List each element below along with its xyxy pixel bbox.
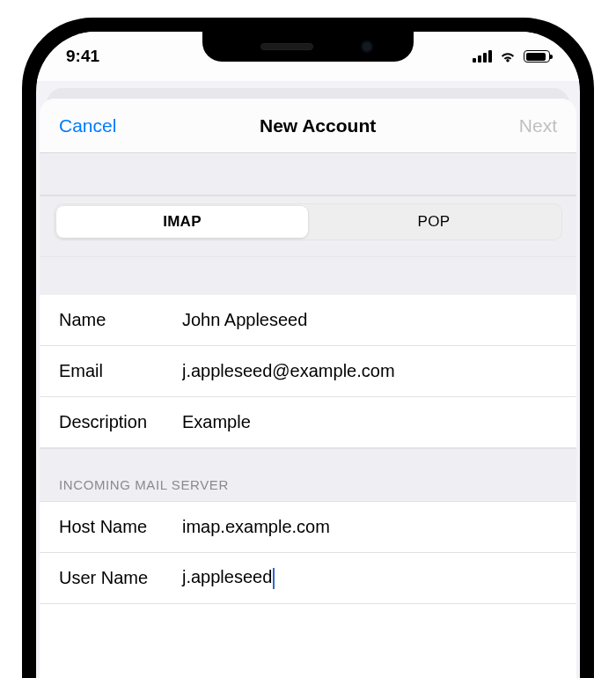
name-label: Name — [59, 310, 182, 330]
description-field[interactable] — [182, 412, 557, 432]
user-name-value: j.appleseed — [182, 567, 272, 586]
host-name-field[interactable] — [182, 517, 557, 537]
protocol-segmented-control[interactable]: IMAP POP — [54, 203, 562, 240]
row-description[interactable]: Description — [40, 397, 576, 448]
name-field[interactable] — [182, 310, 557, 330]
segment-pop[interactable]: POP — [308, 206, 560, 238]
host-name-label: Host Name — [59, 517, 182, 537]
cancel-button[interactable]: Cancel — [59, 115, 116, 136]
segmented-wrapper: IMAP POP — [40, 195, 576, 256]
notch — [202, 32, 414, 62]
account-info-section: Name Email Description — [40, 295, 576, 448]
row-name[interactable]: Name — [40, 295, 576, 346]
description-label: Description — [59, 412, 182, 432]
row-email[interactable]: Email — [40, 346, 576, 397]
status-time: 9:41 — [66, 47, 99, 66]
section-gap — [40, 256, 576, 295]
incoming-server-header: INCOMING MAIL SERVER — [40, 448, 576, 501]
section-gap — [40, 153, 576, 195]
wifi-icon — [499, 50, 517, 63]
battery-icon — [524, 50, 550, 63]
phone-frame: 9:41 Cancel New Account Next IMAP POP — [22, 18, 594, 678]
row-user-name[interactable]: User Name j.appleseed — [40, 553, 576, 604]
cellular-icon — [473, 50, 492, 63]
email-field[interactable] — [182, 361, 557, 381]
user-name-label: User Name — [59, 568, 182, 588]
speaker-grille — [260, 43, 313, 50]
segment-imap[interactable]: IMAP — [56, 206, 308, 238]
row-host-name[interactable]: Host Name — [40, 502, 576, 553]
nav-bar: Cancel New Account Next — [40, 99, 576, 153]
text-cursor — [273, 568, 275, 589]
modal-sheet: Cancel New Account Next IMAP POP Name Em… — [40, 99, 576, 678]
incoming-server-section: Host Name User Name j.appleseed — [40, 501, 576, 604]
email-label: Email — [59, 361, 182, 381]
page-title: New Account — [260, 115, 376, 136]
front-camera — [361, 41, 373, 53]
user-name-field[interactable]: j.appleseed — [182, 567, 557, 589]
next-button[interactable]: Next — [519, 115, 557, 136]
